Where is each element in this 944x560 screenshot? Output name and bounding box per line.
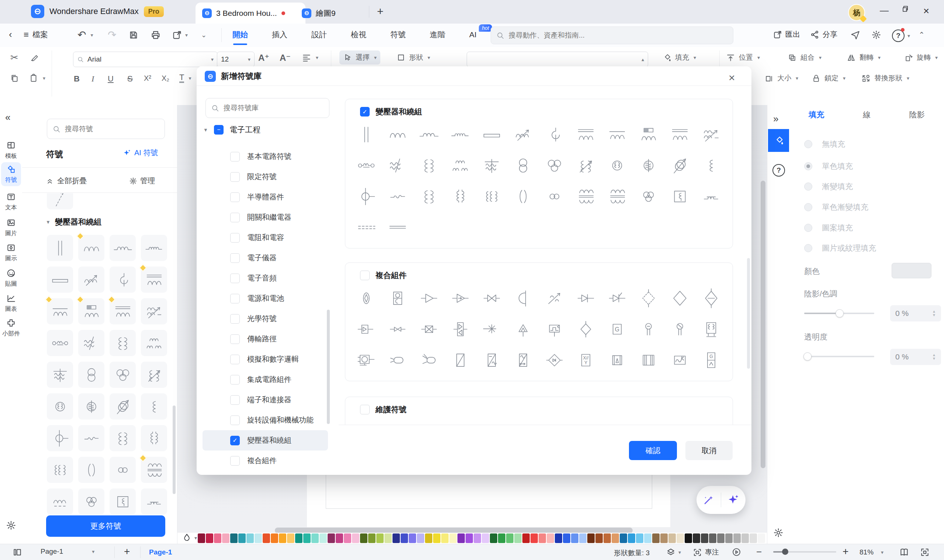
global-search[interactable] [491, 26, 733, 44]
library-symbol-hook[interactable] [538, 119, 570, 150]
color-swatch-#F6BEDA[interactable] [352, 534, 359, 543]
fill-tool-active[interactable] [768, 129, 789, 152]
library-symbol-boxsinearrow[interactable] [507, 345, 538, 376]
library-symbol-diamonddiode[interactable] [538, 345, 570, 376]
radio-icon[interactable] [804, 224, 812, 232]
minimize-button[interactable]: — [877, 5, 891, 15]
symbol-tile-coilbox[interactable] [78, 298, 104, 325]
library-symbol-slasharrow[interactable] [538, 283, 570, 314]
format-tab-填充[interactable]: 填充 [808, 109, 824, 120]
text-color-button[interactable]: T▾ [179, 73, 191, 83]
library-symbol-dashes[interactable] [350, 212, 382, 243]
library-symbol-boxG[interactable] [601, 314, 632, 345]
presentation-play-button[interactable] [732, 548, 741, 558]
collapse-ribbon-icon[interactable]: ⌄ [201, 31, 207, 39]
library-symbol-circ3[interactable] [538, 150, 570, 181]
tree-checkbox[interactable] [230, 456, 240, 466]
library-symbol-translines[interactable] [570, 181, 601, 212]
color-swatch-#6E2F12[interactable] [587, 534, 595, 543]
symbol-search-input[interactable] [64, 125, 154, 134]
close-button[interactable]: × [919, 5, 933, 17]
library-symbol-capsule2[interactable] [413, 345, 444, 376]
color-swatch-#ABC94E[interactable] [376, 534, 384, 543]
color-swatch-#F7EC7A[interactable] [441, 534, 449, 543]
underline-button[interactable]: U [108, 74, 114, 84]
add-page-button[interactable]: + [124, 546, 130, 557]
color-swatch-#6CC8F0[interactable] [636, 534, 643, 543]
tree-item-旋转設備和機械功能[interactable]: 旋转設備和機械功能 [202, 410, 328, 430]
tree-checkbox[interactable] [230, 334, 240, 344]
symbol-tile-coiltop2[interactable] [110, 298, 136, 325]
radio-icon[interactable] [804, 203, 812, 211]
symbol-tile-bracetriple[interactable] [47, 457, 73, 483]
color-swatch-#C2EFE8[interactable] [319, 534, 327, 543]
library-symbol-varcoil[interactable] [696, 119, 727, 150]
library-symbol-translines[interactable] [601, 181, 632, 212]
tree-item-電子儀器[interactable]: 電子儀器 [202, 248, 328, 268]
library-symbol-boxXY[interactable] [570, 345, 601, 376]
color-swatch-#9C4A21[interactable] [595, 534, 603, 543]
overview-map-button[interactable] [899, 548, 909, 558]
zoom-level[interactable]: 81%▾ [859, 548, 884, 556]
symbol-tile-coilstack[interactable] [141, 330, 167, 356]
tree-item-集成電路組件[interactable]: 集成電路組件 [202, 369, 328, 390]
confirm-button[interactable]: 確認 [629, 441, 677, 460]
library-symbol-horn[interactable] [507, 283, 538, 314]
library-symbol-circ3cluster[interactable] [632, 181, 664, 212]
color-swatch-#1D38B4[interactable] [555, 534, 562, 543]
format-tab-線[interactable]: 線 [863, 109, 871, 120]
fill-option-單色填充[interactable]: 單色填充 [804, 161, 853, 171]
global-search-input[interactable] [508, 31, 709, 40]
tree-checkbox[interactable] [230, 253, 240, 263]
cancel-button[interactable]: 取消 [685, 441, 733, 460]
vertical-scrollbar[interactable] [760, 181, 765, 468]
maximize-button[interactable] [898, 5, 912, 15]
tree-scrollbar[interactable] [327, 310, 330, 424]
palette-fill-tool[interactable]: ▾ [182, 533, 197, 542]
symbol-tile-chain[interactable] [47, 330, 73, 356]
new-tab-button[interactable]: + [377, 5, 384, 18]
color-swatch-#F58585[interactable] [538, 534, 546, 543]
tree-item-模擬和數字邏輯[interactable]: 模擬和數字邏輯 [202, 349, 328, 369]
symbol-tile-partial[interactable] [47, 193, 73, 209]
library-symbol-boxstripes[interactable] [632, 345, 664, 376]
bold-button[interactable]: B [74, 74, 80, 84]
color-swatch-#2E2E2E[interactable] [693, 534, 700, 543]
color-swatch-#E1E1E1[interactable] [750, 534, 757, 543]
library-symbol-amp[interactable] [413, 283, 444, 314]
library-symbol-boxpulse[interactable] [538, 314, 570, 345]
symbol-tile-circ3cluster[interactable] [78, 488, 104, 515]
color-swatch-#BBB4F6[interactable] [417, 534, 424, 543]
color-swatch-#484848[interactable] [701, 534, 708, 543]
symbol-tile-coilline[interactable] [141, 488, 167, 515]
library-checkbox[interactable] [360, 271, 370, 280]
color-swatch-#EC7FB4[interactable] [344, 534, 351, 543]
decrease-font-button[interactable]: A⁻ [280, 53, 291, 63]
color-swatch-#0F9483[interactable] [295, 534, 302, 543]
symbol-tile-circcross[interactable] [110, 393, 136, 420]
color-swatch-#7C7C7C[interactable] [717, 534, 725, 543]
library-symbol-boxG2[interactable] [696, 345, 727, 376]
tree-checkbox[interactable] [230, 233, 240, 243]
color-swatch-#D3BF9F[interactable] [668, 534, 676, 543]
color-swatch-#2E9FDE[interactable] [628, 534, 635, 543]
send-feedback-icon[interactable] [850, 30, 860, 41]
font-family-select[interactable]: Arial▾ [73, 52, 217, 67]
tree-checkbox[interactable] [230, 375, 240, 385]
symbol-tile-varind[interactable] [78, 266, 104, 293]
collapse-panel-button[interactable]: « [5, 112, 9, 123]
avatar[interactable]: 杨 [848, 4, 865, 21]
library-symbol-coilline[interactable] [696, 181, 727, 212]
manage-button[interactable]: 管理 [129, 176, 155, 186]
help-panel-button[interactable]: ? [773, 164, 785, 177]
color-swatch-#F5F5F5[interactable] [758, 534, 765, 543]
library-symbol-circstem2[interactable] [664, 314, 696, 345]
opacity-slider[interactable] [804, 356, 874, 357]
library-symbol-coiltop1[interactable] [601, 119, 632, 150]
color-swatch-#166FA8[interactable] [620, 534, 627, 543]
tree-item-半導體器件[interactable]: 半導體器件 [202, 187, 328, 207]
paste-button[interactable]: ▾ [29, 73, 45, 83]
doc-tab-active[interactable]: 3 Bedroom Hou... [196, 3, 305, 24]
sidebar-item-圖示[interactable]: 圖示 [1, 241, 21, 265]
color-swatch-#C892F2[interactable] [474, 534, 481, 543]
